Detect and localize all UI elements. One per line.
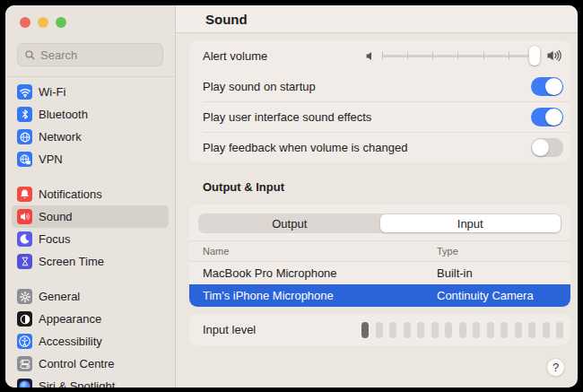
wifi-icon <box>17 84 32 100</box>
slider-tick <box>509 52 509 60</box>
help-button[interactable]: ? <box>546 358 565 377</box>
meter-segment <box>389 322 396 338</box>
sidebar-item-vpn[interactable]: VPN <box>12 148 169 170</box>
toggle-knob <box>545 78 562 95</box>
vpn-icon <box>17 152 32 167</box>
input-level-card: Input level <box>189 314 570 345</box>
play-sound-on-startup-toggle[interactable] <box>531 77 563 96</box>
sidebar-item-wi-fi[interactable]: Wi-Fi <box>12 81 169 103</box>
search-input[interactable] <box>40 48 156 62</box>
input-level-label: Input level <box>203 323 256 336</box>
segment-output[interactable]: Output <box>199 214 380 232</box>
slider-knob[interactable] <box>528 46 540 65</box>
meter-segment <box>487 322 494 338</box>
sidebar-group-2: NotificationsSoundFocusScreen Time <box>12 183 169 273</box>
slider-tick <box>483 52 484 60</box>
minimize-button[interactable] <box>38 17 48 28</box>
play-user-interface-sound-effects-toggle[interactable] <box>531 108 563 126</box>
slider-tick <box>432 52 433 60</box>
sidebar-item-sound[interactable]: Sound <box>12 205 169 228</box>
sidebar-item-label: Notifications <box>39 187 102 201</box>
sidebar-item-bluetooth[interactable]: Bluetooth <box>12 103 169 126</box>
sidebar-item-screen-time[interactable]: Screen Time <box>12 250 169 273</box>
system-settings-window: Wi-FiBluetoothNetworkVPNNotificationsSou… <box>5 5 578 388</box>
sidebar-item-network[interactable]: Network <box>12 126 169 148</box>
meter-segment <box>515 322 522 338</box>
search-field[interactable] <box>17 43 163 66</box>
page-title: Sound <box>205 12 248 27</box>
meter-segment <box>431 322 439 338</box>
sidebar-item-label: Focus <box>39 232 70 246</box>
meter-segment <box>556 322 563 338</box>
bluetooth-icon <box>17 107 32 122</box>
output-input-card: OutputInput NameType MacBook Pro Microph… <box>189 205 570 307</box>
toggle-knob <box>545 109 562 126</box>
segment-input[interactable]: Input <box>380 214 561 232</box>
column-header-type: Type <box>437 246 570 257</box>
meter-segment <box>376 322 383 338</box>
sidebar-item-label: Screen Time <box>39 255 104 268</box>
sidebar-item-focus[interactable]: Focus <box>12 228 169 250</box>
setting-row-play-sound-on-startup: Play sound on startup <box>189 71 570 101</box>
device-type: Built-in <box>437 266 570 280</box>
siri-icon <box>17 379 32 388</box>
zoom-button[interactable] <box>56 17 66 28</box>
gear-icon <box>17 289 32 304</box>
sidebar-item-general[interactable]: General <box>12 285 169 308</box>
hourglass-icon <box>17 254 32 269</box>
main-pane: Sound Alert volume <box>176 5 578 388</box>
output-input-segmented-control: OutputInput <box>198 213 561 233</box>
sidebar-item-label: General <box>39 290 80 303</box>
meter-segment <box>404 322 411 338</box>
section-title: Output & Input <box>203 180 570 194</box>
speaker-max-icon <box>546 48 563 63</box>
sidebar-list: Wi-FiBluetoothNetworkVPNNotificationsSou… <box>5 77 175 388</box>
sidebar-item-appearance[interactable]: Appearance <box>12 308 169 330</box>
play-feedback-when-volume-is-changed-toggle[interactable] <box>531 138 563 157</box>
appearance-icon <box>17 311 32 327</box>
sidebar-item-label: Siri & Spotlight <box>39 379 115 388</box>
alert-volume-slider[interactable] <box>365 48 563 63</box>
setting-row-play-feedback-when-volume-is-changed: Play feedback when volume is changed <box>189 132 570 162</box>
control-centre-icon <box>17 356 32 371</box>
column-header-name: Name <box>189 246 437 257</box>
sidebar-item-label: Accessibility <box>39 335 102 348</box>
device-type: Continuity Camera <box>437 289 570 302</box>
speaker-icon <box>17 209 32 224</box>
alert-volume-row: Alert volume <box>189 40 570 71</box>
sound-effects-card: Alert volume Play sound <box>189 40 570 162</box>
input-level-meter <box>361 322 563 338</box>
sidebar-item-notifications[interactable]: Notifications <box>12 183 169 205</box>
sidebar-group-3: GeneralAppearanceAccessibilityControl Ce… <box>12 285 169 388</box>
close-button[interactable] <box>20 17 30 28</box>
setting-label: Play feedback when volume is changed <box>203 141 407 154</box>
device-row-macbook-pro-microphone[interactable]: MacBook Pro MicrophoneBuilt-in <box>189 262 570 284</box>
sidebar-item-accessibility[interactable]: Accessibility <box>12 330 169 353</box>
device-table-header: NameType <box>189 240 570 262</box>
slider-track[interactable] <box>382 55 541 57</box>
sidebar-item-label: VPN <box>39 152 63 166</box>
sidebar-group-1: Wi-FiBluetoothNetworkVPN <box>12 81 169 170</box>
search-icon <box>24 49 36 61</box>
setting-row-play-user-interface-sound-effects: Play user interface sound effects <box>189 101 570 132</box>
device-row-tim-s-iphone-microphone[interactable]: Tim's iPhone MicrophoneContinuity Camera <box>189 284 570 307</box>
sidebar-item-control-centre[interactable]: Control Centre <box>12 353 169 375</box>
pane-header: Sound <box>176 5 578 33</box>
sidebar-item-label: Appearance <box>39 312 101 326</box>
content-area: Alert volume Play sound <box>176 33 578 388</box>
meter-segment <box>500 322 508 338</box>
meter-segment <box>417 322 424 338</box>
device-name: Tim's iPhone Microphone <box>189 289 437 302</box>
slider-tick <box>457 52 458 60</box>
moon-icon <box>17 231 32 247</box>
device-table: MacBook Pro MicrophoneBuilt-inTim's iPho… <box>189 262 570 307</box>
input-level-row: Input level <box>189 314 570 345</box>
slider-tick <box>407 52 408 60</box>
setting-label: Play sound on startup <box>203 80 316 93</box>
globe-icon <box>17 129 32 144</box>
window-controls <box>5 5 175 28</box>
meter-segment <box>459 322 466 338</box>
sidebar-item-siri-spotlight[interactable]: Siri & Spotlight <box>12 375 169 388</box>
sidebar: Wi-FiBluetoothNetworkVPNNotificationsSou… <box>5 5 176 388</box>
meter-segment <box>543 322 550 338</box>
